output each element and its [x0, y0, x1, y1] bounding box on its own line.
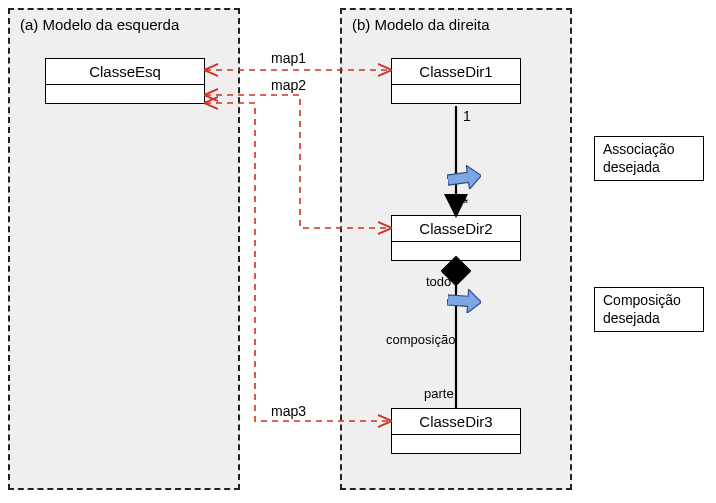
note-association-line2: desejada	[603, 159, 695, 177]
uml-class-dir2: ClasseDir2	[391, 215, 521, 261]
uml-class-esq-body	[46, 85, 204, 103]
note-composition-line2: desejada	[603, 310, 695, 328]
uml-class-esq: ClasseEsq	[45, 58, 205, 104]
left-panel-title: (a) Modelo da esquerda	[20, 16, 179, 33]
diagram-canvas: (a) Modelo da esquerda (b) Modelo da dir…	[0, 0, 716, 503]
uml-class-esq-name: ClasseEsq	[46, 59, 204, 85]
label-composicao: composição	[386, 332, 455, 347]
note-composition: Composição desejada	[594, 287, 704, 332]
uml-class-dir3-name: ClasseDir3	[392, 409, 520, 435]
uml-class-dir1-name: ClasseDir1	[392, 59, 520, 85]
note-association-line1: Associação	[603, 141, 695, 159]
label-mult-one: 1	[463, 108, 471, 124]
label-map1: map1	[271, 50, 306, 66]
uml-class-dir3: ClasseDir3	[391, 408, 521, 454]
uml-class-dir2-body	[392, 242, 520, 260]
uml-class-dir2-name: ClasseDir2	[392, 216, 520, 242]
uml-class-dir1-body	[392, 85, 520, 103]
label-map3: map3	[271, 403, 306, 419]
label-todo: todo	[426, 274, 451, 289]
label-mult-many: *	[463, 195, 468, 211]
label-map2: map2	[271, 77, 306, 93]
right-panel-title: (b) Modelo da direita	[352, 16, 490, 33]
note-association: Associação desejada	[594, 136, 704, 181]
uml-class-dir1: ClasseDir1	[391, 58, 521, 104]
note-composition-line1: Composição	[603, 292, 695, 310]
label-parte: parte	[424, 386, 454, 401]
uml-class-dir3-body	[392, 435, 520, 453]
